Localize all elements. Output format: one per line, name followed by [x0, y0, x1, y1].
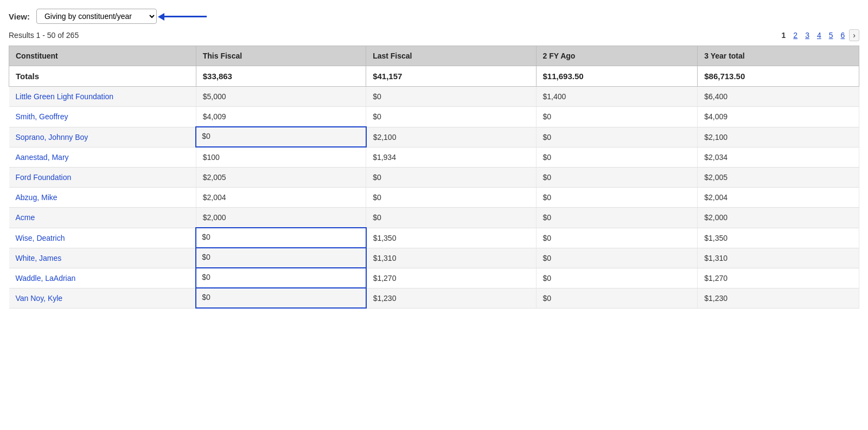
this-fiscal-cell: $0	[196, 288, 366, 308]
this-fiscal-cell: $0	[196, 228, 366, 248]
page-1[interactable]: 1	[778, 30, 789, 41]
constituent-cell: Smith, Geoffrey	[9, 107, 196, 127]
table-row: Ford Foundation$2,005$0$0$2,005	[9, 168, 859, 188]
header-constituent: Constituent	[9, 46, 196, 66]
last-fiscal-cell: $1,310	[366, 248, 536, 268]
last-fiscal-cell: $0	[366, 87, 536, 107]
constituent-cell: Ford Foundation	[9, 168, 196, 188]
constituent-link[interactable]: Abzug, Mike	[16, 193, 58, 202]
header-3year-total: 3 Year total	[698, 46, 859, 66]
3year-total-cell: $1,310	[698, 248, 859, 268]
constituent-link[interactable]: Little Green Light Foundation	[16, 92, 114, 101]
last-fiscal-cell: $1,230	[366, 288, 536, 308]
last-fiscal-cell: $1,270	[366, 268, 536, 288]
arrow-indicator	[163, 16, 207, 17]
3year-total-cell: $4,009	[698, 107, 859, 127]
2fy-ago-cell: $0	[536, 127, 698, 147]
constituent-cell: White, James	[9, 248, 196, 268]
this-fiscal-cell: $2,000	[196, 208, 366, 228]
2fy-ago-cell: $1,400	[536, 87, 698, 107]
giving-table: Constituent This Fiscal Last Fiscal 2 FY…	[9, 46, 859, 309]
constituent-link[interactable]: Soprano, Johnny Boy	[16, 133, 88, 142]
constituent-link[interactable]: Aanestad, Mary	[16, 153, 69, 162]
constituent-cell: Little Green Light Foundation	[9, 87, 196, 107]
3year-total-cell: $1,230	[698, 288, 859, 308]
page-2[interactable]: 2	[790, 30, 801, 41]
table-row: Abzug, Mike$2,004$0$0$2,004	[9, 188, 859, 208]
view-select[interactable]: Giving by constituent/yearGiving by year…	[36, 9, 157, 24]
page-6[interactable]: 6	[838, 30, 848, 41]
top-bar: View: Giving by constituent/yearGiving b…	[9, 9, 859, 24]
constituent-link[interactable]: Waddle, LaAdrian	[16, 274, 76, 283]
header-2fy-ago: 2 FY Ago	[536, 46, 698, 66]
table-row: Wise, Deatrich$0$1,350$0$1,350	[9, 228, 859, 248]
constituent-cell: Abzug, Mike	[9, 188, 196, 208]
2fy-ago-cell: $0	[536, 288, 698, 308]
totals-2fy-ago: $11,693.50	[536, 66, 698, 87]
header-last-fiscal: Last Fiscal	[366, 46, 536, 66]
this-fiscal-cell: $2,005	[196, 168, 366, 188]
last-fiscal-cell: $0	[366, 107, 536, 127]
results-bar: Results 1 - 50 of 265 1 2 3 4 5 6 ›	[9, 29, 859, 41]
constituent-link[interactable]: Van Noy, Kyle	[16, 294, 63, 303]
2fy-ago-cell: $0	[536, 168, 698, 188]
page-3[interactable]: 3	[802, 30, 813, 41]
page-5[interactable]: 5	[826, 30, 837, 41]
last-fiscal-cell: $0	[366, 208, 536, 228]
3year-total-cell: $2,004	[698, 188, 859, 208]
table-row: Waddle, LaAdrian$0$1,270$0$1,270	[9, 268, 859, 288]
totals-row: Totals $33,863 $41,157 $11,693.50 $86,71…	[9, 66, 859, 87]
constituent-link[interactable]: Smith, Geoffrey	[16, 112, 68, 121]
2fy-ago-cell: $0	[536, 188, 698, 208]
2fy-ago-cell: $0	[536, 107, 698, 127]
this-fiscal-cell: $2,004	[196, 188, 366, 208]
this-fiscal-cell: $4,009	[196, 107, 366, 127]
page-next-button[interactable]: ›	[849, 29, 859, 41]
constituent-cell: Van Noy, Kyle	[9, 288, 196, 308]
constituent-link[interactable]: Ford Foundation	[16, 173, 72, 182]
this-fiscal-cell: $100	[196, 147, 366, 168]
3year-total-cell: $1,350	[698, 228, 859, 248]
3year-total-cell: $2,034	[698, 147, 859, 168]
2fy-ago-cell: $0	[536, 228, 698, 248]
3year-total-cell: $1,270	[698, 268, 859, 288]
2fy-ago-cell: $0	[536, 208, 698, 228]
2fy-ago-cell: $0	[536, 248, 698, 268]
table-row: Acme$2,000$0$0$2,000	[9, 208, 859, 228]
this-fiscal-cell: $0	[196, 127, 366, 147]
table-row: Soprano, Johnny Boy$0$2,100$0$2,100	[9, 127, 859, 147]
2fy-ago-cell: $0	[536, 268, 698, 288]
totals-this-fiscal: $33,863	[196, 66, 366, 87]
constituent-cell: Wise, Deatrich	[9, 228, 196, 248]
constituent-link[interactable]: Wise, Deatrich	[16, 234, 65, 242]
this-fiscal-cell: $5,000	[196, 87, 366, 107]
3year-total-cell: $2,005	[698, 168, 859, 188]
totals-last-fiscal: $41,157	[366, 66, 536, 87]
2fy-ago-cell: $0	[536, 147, 698, 168]
constituent-link[interactable]: Acme	[16, 213, 35, 222]
constituent-cell: Acme	[9, 208, 196, 228]
results-count: Results 1 - 50 of 265	[9, 31, 79, 40]
page-4[interactable]: 4	[814, 30, 825, 41]
last-fiscal-cell: $0	[366, 188, 536, 208]
totals-label: Totals	[9, 66, 196, 87]
pagination: 1 2 3 4 5 6 ›	[778, 29, 859, 41]
header-this-fiscal: This Fiscal	[196, 46, 366, 66]
this-fiscal-cell: $0	[196, 268, 366, 288]
last-fiscal-cell: $1,350	[366, 228, 536, 248]
constituent-cell: Aanestad, Mary	[9, 147, 196, 168]
last-fiscal-cell: $1,934	[366, 147, 536, 168]
constituent-link[interactable]: White, James	[16, 254, 62, 262]
view-label: View:	[9, 12, 30, 21]
totals-3year: $86,713.50	[698, 66, 859, 87]
table-row: Aanestad, Mary$100$1,934$0$2,034	[9, 147, 859, 168]
table-row: Little Green Light Foundation$5,000$0$1,…	[9, 87, 859, 107]
table-row: White, James$0$1,310$0$1,310	[9, 248, 859, 268]
last-fiscal-cell: $0	[366, 168, 536, 188]
constituent-cell: Waddle, LaAdrian	[9, 268, 196, 288]
constituent-cell: Soprano, Johnny Boy	[9, 127, 196, 147]
table-row: Van Noy, Kyle$0$1,230$0$1,230	[9, 288, 859, 308]
3year-total-cell: $6,400	[698, 87, 859, 107]
table-header-row: Constituent This Fiscal Last Fiscal 2 FY…	[9, 46, 859, 66]
3year-total-cell: $2,100	[698, 127, 859, 147]
